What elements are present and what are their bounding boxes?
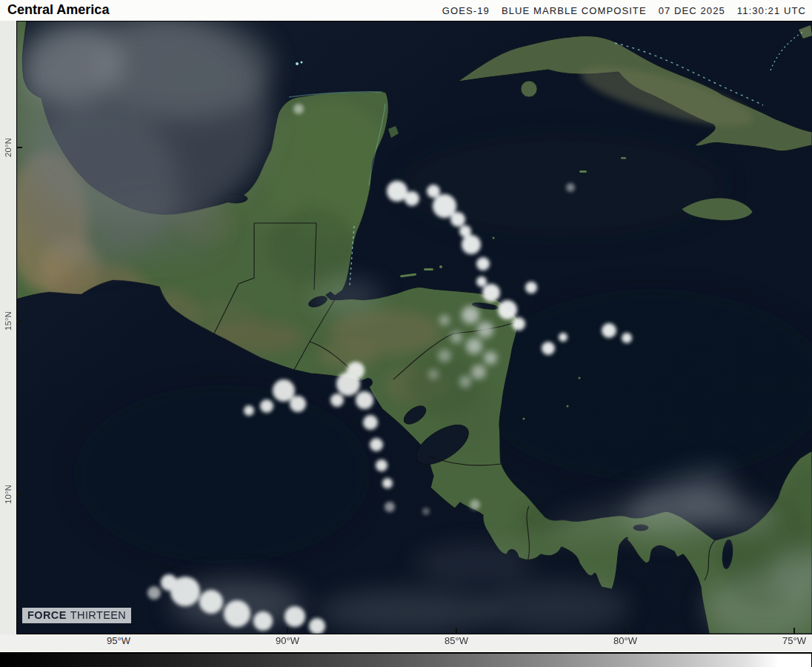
lat-label-15n: 15°N [0, 299, 16, 343]
lon-tick-75w [793, 628, 795, 634]
lat-tick-15n [16, 320, 22, 322]
lat-label-20n: 20°N [0, 125, 16, 170]
grayscale-colorbar [0, 652, 812, 667]
lon-tick-85w [456, 628, 457, 634]
lat-tick-20n [16, 147, 22, 148]
lon-label-85w: 85°W [434, 635, 479, 646]
watermark-bold-text: FORCE [27, 609, 67, 621]
watermark-regular-text: THIRTEEN [70, 609, 126, 621]
lon-tick-95w [118, 628, 119, 634]
gulf-of-fonseca [364, 378, 373, 387]
image-date: 07 DEC 2025 [659, 5, 725, 16]
lat-tick-10n [16, 494, 22, 495]
page-title: Central America [7, 2, 109, 18]
product-name: BLUE MARBLE COMPOSITE [502, 5, 647, 16]
image-time: 11:30:21 UTC [737, 5, 806, 16]
lon-tick-80w [625, 628, 626, 634]
satellite-name: GOES-19 [442, 5, 490, 16]
lon-label-80w: 80°W [603, 635, 648, 646]
force-thirteen-watermark: FORCETHIRTEEN [22, 608, 131, 623]
header: Central America GOES-19 BLUE MARBLE COMP… [0, 0, 812, 21]
lat-label-10n: 10°N [0, 472, 16, 517]
lon-label-90w: 90°W [265, 635, 310, 646]
satellite-viewer-page: Central America GOES-19 BLUE MARBLE COMP… [0, 0, 812, 667]
lon-label-95w: 95°W [96, 635, 141, 646]
island-isla-juventud [521, 81, 537, 97]
image-metadata: GOES-19 BLUE MARBLE COMPOSITE 07 DEC 202… [442, 5, 806, 16]
lon-tick-90w [287, 628, 288, 634]
lon-label-75w: 75°W [772, 635, 812, 646]
satellite-map-image [16, 21, 812, 634]
